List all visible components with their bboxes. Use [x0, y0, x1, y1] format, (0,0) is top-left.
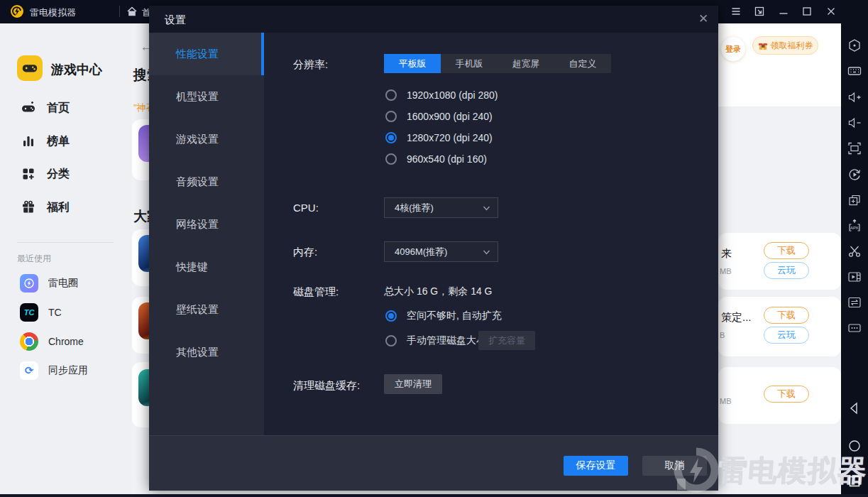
disk-option-auto-expand[interactable]: 空间不够时, 自动扩充 — [385, 310, 502, 322]
dialog-footer: 保存设置 取消 — [149, 435, 718, 491]
multi-window-add-icon[interactable] — [847, 193, 862, 207]
game-row-card[interactable]: MB 下载 — [718, 367, 841, 424]
claim-coupon-button[interactable]: 领取福利券 — [752, 36, 818, 55]
menu-item-label: 音频设置 — [176, 175, 219, 189]
dialog-close-icon[interactable]: ✕ — [697, 13, 710, 26]
screenshot-cut-icon[interactable] — [847, 244, 862, 258]
game-title-fragment: 来 — [721, 247, 732, 261]
volume-down-icon[interactable] — [847, 116, 862, 130]
save-settings-button[interactable]: 保存设置 — [564, 456, 628, 476]
menu-item-label: 机型设置 — [176, 90, 219, 104]
cloud-play-button[interactable]: 云玩 — [764, 262, 809, 279]
swap-icon[interactable] — [847, 295, 862, 310]
sidebar-divider — [17, 242, 114, 243]
minimize-icon[interactable] — [778, 6, 789, 17]
claim-coupon-label: 领取福利券 — [771, 40, 813, 52]
popout-icon[interactable] — [754, 6, 765, 17]
cloud-play-button[interactable]: 云玩 — [764, 327, 809, 344]
menu-item-other[interactable]: 其他设置 — [149, 331, 264, 373]
menu-item-performance[interactable]: 性能设置 — [149, 33, 264, 75]
radio-icon — [385, 153, 397, 165]
resolution-label: 分辨率: — [293, 58, 328, 72]
sidebar-item-benefits[interactable]: 福利 — [21, 199, 128, 216]
login-button[interactable]: 登录 — [721, 37, 745, 61]
fullscreen-icon[interactable] — [847, 141, 862, 155]
dialog-title: 设置 — [165, 13, 186, 27]
tab-tablet[interactable]: 平板版 — [384, 54, 441, 73]
maximize-icon[interactable] — [801, 6, 813, 17]
resolution-tabs: 平板版 手机版 超宽屏 自定义 — [384, 54, 611, 73]
cpu-value: 4核(推荐) — [395, 202, 434, 214]
menu-icon[interactable] — [730, 6, 742, 17]
recent-item-tc[interactable]: TC TC — [20, 302, 126, 322]
clean-now-button[interactable]: 立即清理 — [384, 374, 442, 394]
more-icon[interactable] — [847, 321, 862, 335]
window-bottom-edge — [0, 494, 868, 497]
install-apk-icon[interactable]: APK — [847, 219, 862, 233]
menu-item-label: 快捷键 — [176, 261, 208, 274]
game-row-card[interactable]: 策定... B 下载 云玩 — [718, 297, 841, 356]
menu-item-label: 壁纸设置 — [176, 303, 219, 317]
download-button[interactable]: 下载 — [764, 386, 809, 403]
menu-item-game-settings[interactable]: 游戏设置 — [149, 118, 264, 160]
screen-record-icon[interactable] — [847, 270, 862, 284]
sidebar-item-label: 首页 — [47, 101, 70, 116]
sidebar-item-home[interactable]: 首页 — [21, 99, 128, 116]
home-icon[interactable] — [126, 6, 138, 17]
expand-capacity-button[interactable]: 扩充容量 — [478, 331, 535, 350]
menu-item-network[interactable]: 网络设置 — [149, 203, 264, 246]
back-icon[interactable] — [847, 401, 862, 415]
cpu-dropdown[interactable]: 4核(推荐) — [384, 197, 498, 218]
game-center-title: 游戏中心 — [51, 61, 102, 78]
download-button[interactable]: 下载 — [764, 242, 809, 259]
sync-apps-icon: ⟳ — [20, 361, 38, 380]
memory-value: 4096M(推荐) — [395, 246, 447, 258]
categories-icon — [21, 167, 35, 181]
home-nav-icon[interactable] — [847, 439, 862, 453]
recent-item-ld-circle[interactable]: 雷电圈 — [20, 273, 126, 293]
chrome-app-icon — [20, 332, 38, 351]
radio-icon — [385, 89, 397, 101]
game-row-card[interactable]: 来 MB 下载 云玩 — [718, 233, 841, 290]
volume-up-icon[interactable] — [847, 90, 862, 104]
radio-label: 1280x720 (dpi 240) — [407, 132, 493, 143]
dialog-menu: 性能设置 机型设置 游戏设置 音频设置 网络设置 快捷键 壁纸设置 其他设置 — [149, 33, 264, 435]
recent-item-chrome[interactable]: Chrome — [20, 332, 126, 351]
sidebar-item-categories[interactable]: 分类 — [21, 165, 128, 182]
tab-phone[interactable]: 手机版 — [441, 54, 498, 73]
download-button[interactable]: 下载 — [764, 307, 809, 324]
resolution-option-960[interactable]: 960x540 (dpi 160) — [385, 153, 487, 165]
recent-apps-icon[interactable] — [847, 474, 862, 488]
menu-item-shortcuts[interactable]: 快捷键 — [149, 246, 264, 288]
dialog-content: 分辨率: 平板版 手机版 超宽屏 自定义 1920x1080 (dpi 280)… — [264, 33, 718, 435]
radio-label: 1920x1080 (dpi 280) — [407, 89, 498, 101]
keyboard-icon[interactable] — [847, 64, 862, 78]
menu-item-label: 游戏设置 — [176, 133, 219, 146]
recent-item-label: 同步应用 — [48, 364, 88, 377]
resolution-option-1600[interactable]: 1600x900 (dpi 240) — [385, 111, 493, 122]
sidebar-item-label: 榜单 — [47, 134, 70, 149]
emulator-toolbar: APK — [841, 0, 868, 497]
coupon-gift-icon — [758, 40, 768, 50]
menu-item-device-model[interactable]: 机型设置 — [149, 75, 264, 118]
radio-icon — [385, 111, 397, 122]
diamond-badge-icon[interactable] — [847, 38, 862, 53]
tab-custom[interactable]: 自定义 — [554, 54, 611, 73]
game-size-fragment: B — [720, 331, 725, 339]
tab-ultrawide[interactable]: 超宽屏 — [498, 54, 554, 73]
chevron-down-icon — [483, 204, 490, 212]
memory-dropdown[interactable]: 4096M(推荐) — [384, 241, 498, 262]
recent-item-label: 雷电圈 — [48, 277, 78, 290]
menu-item-wallpaper[interactable]: 壁纸设置 — [149, 288, 264, 331]
menu-item-audio[interactable]: 音频设置 — [149, 160, 264, 203]
cancel-button[interactable]: 取消 — [642, 456, 707, 476]
disk-option-manual[interactable]: 手动管理磁盘大小 — [385, 334, 486, 347]
sidebar-item-rankings[interactable]: 榜单 — [21, 133, 128, 150]
resolution-option-1920[interactable]: 1920x1080 (dpi 280) — [385, 89, 498, 101]
close-window-icon[interactable] — [825, 6, 837, 17]
memory-label: 内存: — [293, 246, 317, 259]
app-title: 雷电模拟器 — [30, 6, 76, 19]
recent-item-sync-apps[interactable]: ⟳ 同步应用 — [20, 361, 126, 381]
resolution-option-1280[interactable]: 1280x720 (dpi 240) — [385, 132, 493, 143]
sync-restart-icon[interactable] — [847, 168, 862, 182]
